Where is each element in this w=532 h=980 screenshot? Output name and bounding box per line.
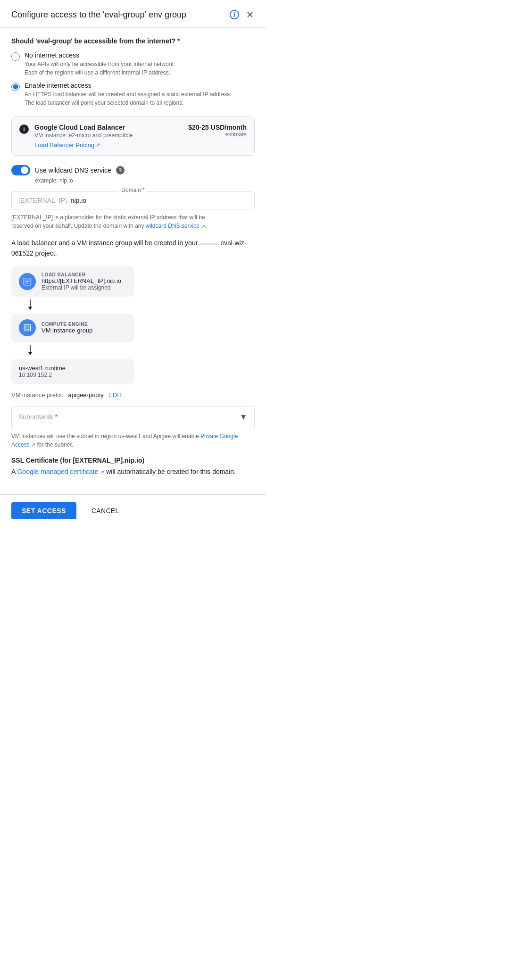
- internet-access-question: Should 'eval-group' be accessible from t…: [11, 37, 255, 45]
- close-icon[interactable]: [245, 10, 255, 19]
- radio-desc-no-internet: Your APIs will only be accessible from y…: [25, 60, 175, 77]
- ssl-body: A Google-managed certificate ↗ will auto…: [11, 468, 255, 475]
- arch-ce-text: COMPUTE ENGINE VM instance group: [42, 322, 92, 334]
- radio-desc-enable-internet: An HTTPS load balancer will be created a…: [25, 90, 232, 107]
- wildcard-dns-service-link[interactable]: wildcard DNS service ↗: [146, 223, 205, 229]
- load-balancer-subtitle: VM instance: e2-micro and preemptible: [34, 132, 183, 139]
- info-card-body: Google Cloud Load Balancer VM instance: …: [34, 124, 183, 149]
- header-icons: [229, 9, 255, 20]
- arch-runtime-card: us-west1 runtime 10.109.152.2: [11, 359, 134, 384]
- wildcard-dns-label: Use wildcard DNS service: [35, 166, 111, 174]
- ssl-title: SSL Certificate (for [EXTERNAL_IP].nip.i…: [11, 457, 255, 464]
- domain-field-label: Domain *: [118, 187, 147, 193]
- dialog-header: Configure access to the 'eval-group' env…: [0, 0, 266, 28]
- toggle-slider: [11, 165, 30, 175]
- info-icon[interactable]: [229, 9, 240, 20]
- internet-access-options: No internet access Your APIs will only b…: [11, 51, 255, 107]
- arch-lb-label: LOAD BALANCER: [42, 272, 121, 277]
- load-balancer-icon: [19, 273, 36, 290]
- vm-prefix-label: VM instance prefix:: [11, 391, 64, 399]
- svg-rect-10: [26, 326, 29, 329]
- info-card-icon: i: [19, 125, 29, 134]
- arch-ce-label: COMPUTE ENGINE: [42, 322, 92, 327]
- subnetwork-dropdown-icon: ▼: [239, 412, 248, 422]
- domain-help-text: [EXTERNAL_IP] is a placeholder for the s…: [11, 213, 255, 230]
- subnetwork-select[interactable]: Subnetwork * ▼: [11, 406, 255, 428]
- dialog-content: Should 'eval-group' be accessible from t…: [0, 28, 266, 494]
- svg-marker-7: [28, 307, 33, 310]
- info-card-price: $20-25 USD/month estimate: [188, 124, 247, 138]
- domain-input-wrapper[interactable]: [EXTERNAL_IP]. nip.io: [11, 191, 255, 209]
- set-access-button[interactable]: SET ACCESS: [11, 502, 76, 519]
- wildcard-dns-example: example: nip.io: [35, 177, 255, 184]
- ssl-certificate-section: SSL Certificate (for [EXTERNAL_IP].nip.i…: [11, 457, 255, 475]
- domain-field-container: Domain * [EXTERNAL_IP]. nip.io: [11, 191, 255, 209]
- cancel-button[interactable]: CANCEL: [84, 502, 127, 519]
- vm-prefix-edit-link[interactable]: EDIT: [108, 391, 123, 399]
- radio-main-no-internet: No internet access: [25, 51, 175, 59]
- compute-engine-icon: [19, 319, 36, 336]
- dialog-footer: SET ACCESS CANCEL: [0, 494, 266, 527]
- price-sub: estimate: [188, 131, 247, 138]
- arch-compute-engine-card: COMPUTE ENGINE VM instance group: [11, 314, 134, 342]
- arch-lb-text: LOAD BALANCER https://[EXTERNAL_IP].nip.…: [42, 272, 121, 291]
- wildcard-dns-row: Use wildcard DNS service ?: [11, 165, 255, 175]
- domain-value: nip.io: [71, 197, 86, 204]
- project-redacted: [200, 243, 218, 245]
- google-managed-cert-link[interactable]: Google-managed certificate ↗: [17, 468, 104, 475]
- price-main: $20-25 USD/month: [188, 124, 247, 131]
- arch-runtime-ip: 10.109.152.2: [19, 372, 126, 378]
- domain-placeholder: [EXTERNAL_IP].: [18, 197, 69, 204]
- vm-prefix-row: VM instance prefix: apigee-proxy EDIT: [11, 391, 255, 399]
- subnetwork-help: VM instances will use the subnet in regi…: [11, 432, 255, 449]
- arch-arrow-2: [11, 345, 255, 356]
- radio-enable-internet[interactable]: [11, 83, 20, 91]
- radio-no-internet[interactable]: [11, 52, 20, 61]
- arch-runtime-label: us-west1 runtime: [19, 365, 126, 372]
- svg-marker-12: [28, 352, 33, 355]
- radio-item-enable-internet: Enable internet access An HTTPS load bal…: [11, 82, 255, 107]
- external-link-icon: ↗: [96, 142, 100, 148]
- radio-item-no-internet: No internet access Your APIs will only b…: [11, 51, 255, 77]
- domain-required-star: *: [142, 187, 145, 193]
- cert-external-link-icon: ↗: [100, 469, 104, 475]
- radio-main-enable-internet: Enable internet access: [25, 82, 232, 89]
- load-balancer-title: Google Cloud Load Balancer: [34, 124, 183, 131]
- arch-arrow-1: [11, 299, 255, 311]
- load-balancer-card: i Google Cloud Load Balancer VM instance…: [11, 116, 255, 156]
- vm-prefix-value: apigee-proxy: [68, 391, 104, 399]
- project-info: A load balancer and a VM instance group …: [11, 238, 255, 259]
- radio-label-enable-internet: Enable internet access An HTTPS load bal…: [25, 82, 232, 107]
- arch-lb-sub: External IP will be assigned: [42, 284, 121, 291]
- load-balancer-pricing-link[interactable]: Load Balancer Pricing ↗: [34, 141, 100, 149]
- radio-label-no-internet: No internet access Your APIs will only b…: [25, 51, 175, 77]
- arch-lb-value: https://[EXTERNAL_IP].nip.io: [42, 277, 121, 284]
- subnetwork-required-star: *: [55, 413, 58, 421]
- dialog: Configure access to the 'eval-group' env…: [0, 0, 266, 527]
- dialog-title: Configure access to the 'eval-group' env…: [11, 10, 186, 20]
- subnetwork-label: Subnetwork *: [18, 413, 58, 421]
- wildcard-dns-help-icon[interactable]: ?: [116, 166, 125, 174]
- arch-load-balancer-card: LOAD BALANCER https://[EXTERNAL_IP].nip.…: [11, 266, 134, 297]
- dns-external-link-icon: ↗: [201, 223, 205, 231]
- arch-diagram: LOAD BALANCER https://[EXTERNAL_IP].nip.…: [11, 266, 255, 384]
- wildcard-dns-toggle[interactable]: [11, 165, 30, 175]
- pga-external-link-icon: ↗: [31, 441, 35, 449]
- arch-ce-value: VM instance group: [42, 327, 92, 334]
